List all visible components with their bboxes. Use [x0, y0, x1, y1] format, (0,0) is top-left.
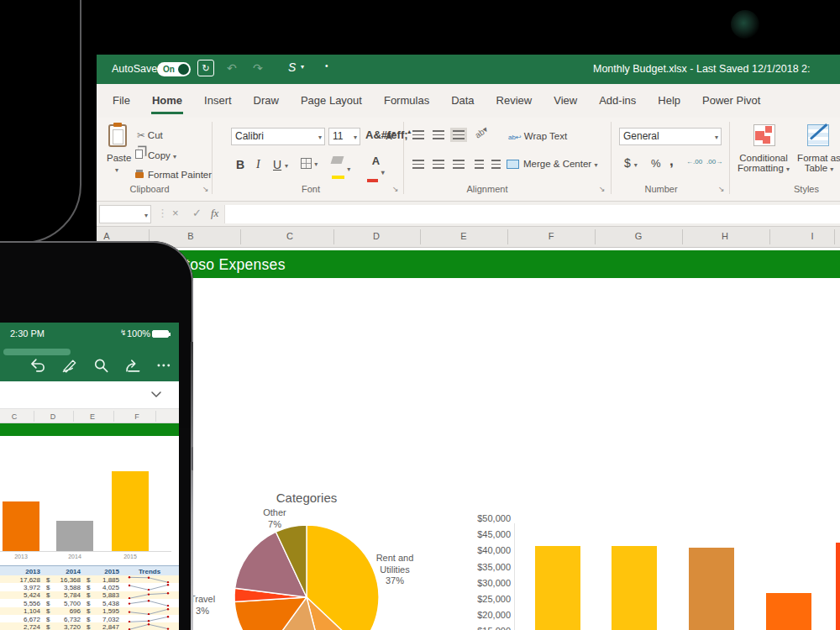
phone-expense-cell[interactable]: 3,588 — [45, 584, 81, 591]
shrink-font-button[interactable]: A▾ — [386, 130, 395, 141]
column-header-C[interactable]: C — [286, 231, 293, 241]
ribbon-tab-power-pivot[interactable]: Power Pivot — [691, 85, 771, 117]
align-center-button[interactable] — [433, 160, 444, 171]
bar-2010[interactable] — [612, 546, 657, 630]
phone-bar-2014[interactable] — [56, 521, 93, 551]
column-header-H[interactable]: H — [722, 231, 728, 241]
ribbon-tab-insert[interactable]: Insert — [193, 85, 243, 117]
qat-more-icon[interactable]: • — [325, 61, 328, 71]
phone-table-row[interactable]: 5,424$5,784$5,883 — [0, 591, 179, 599]
phone-column-header-F[interactable]: F — [134, 412, 139, 421]
phone-expense-cell[interactable]: 5,556 — [5, 600, 40, 607]
underline-button[interactable]: U — [273, 158, 281, 171]
save-icon[interactable]: ↻ — [197, 60, 214, 76]
phone-column-header-D[interactable]: D — [50, 412, 56, 421]
alignment-dialog-launcher-icon[interactable]: ↘ — [599, 185, 606, 193]
column-header-D[interactable]: D — [373, 231, 380, 241]
align-top-button[interactable] — [412, 130, 424, 141]
paste-button[interactable]: Paste — [107, 153, 131, 163]
align-bottom-button[interactable] — [453, 130, 465, 141]
phone-table-row[interactable]: 2,724$3,720$2,847 — [0, 622, 179, 630]
undo-icon[interactable] — [29, 358, 47, 373]
ribbon-tab-file[interactable]: File — [102, 85, 141, 117]
accounting-format-button[interactable]: $ ▾ — [624, 156, 638, 170]
column-header-B[interactable]: B — [187, 231, 193, 241]
phone-expense-cell[interactable]: 4,025 — [84, 584, 119, 591]
font-size-combobox[interactable]: 11▾ — [328, 128, 360, 145]
autosave-toggle[interactable]: On — [157, 62, 191, 76]
font-color-button[interactable]: A ▾ — [367, 155, 385, 182]
increase-decimal-button[interactable]: ←.00 — [686, 158, 702, 165]
format-as-table-icon[interactable] — [807, 124, 829, 146]
phone-expense-cell[interactable]: 696 — [45, 607, 81, 615]
phone-expense-cell[interactable]: 6,672 — [5, 616, 40, 623]
column-header-I[interactable]: I — [811, 231, 813, 241]
comma-style-button[interactable]: , — [669, 153, 674, 170]
align-right-button[interactable] — [453, 160, 465, 171]
formula-input[interactable] — [224, 205, 840, 223]
enter-icon[interactable]: ✓ — [192, 207, 202, 219]
phone-table-row[interactable]: 17,628$16,368$1,885 — [0, 575, 179, 583]
orientation-button[interactable]: ab▾ — [473, 124, 490, 139]
chevron-down-icon[interactable] — [151, 391, 161, 398]
conditional-formatting-button[interactable]: ConditionalFormatting ▾ — [735, 153, 792, 173]
phone-expense-cell[interactable]: 1,885 — [84, 576, 119, 584]
phone-formula-bar[interactable] — [0, 381, 179, 409]
align-middle-button[interactable] — [433, 130, 444, 141]
ribbon-tab-formulas[interactable]: Formulas — [373, 85, 440, 117]
percent-style-button[interactable]: % — [651, 157, 661, 170]
column-header-E[interactable]: E — [460, 231, 466, 241]
format-painter-button[interactable]: Format Painter — [135, 170, 212, 180]
phone-bar-2013[interactable] — [3, 501, 39, 551]
pie-chart[interactable] — [233, 523, 381, 630]
clipboard-dialog-launcher-icon[interactable]: ↘ — [202, 185, 209, 193]
phone-table-row[interactable]: 1,104$696$1,595 — [0, 607, 179, 615]
phone-table-row[interactable]: 3,972$3,588$4,025 — [0, 583, 179, 591]
undo-icon[interactable]: ↶ — [227, 61, 237, 75]
phone-expense-cell[interactable]: 3,972 — [5, 584, 40, 591]
column-header-F[interactable]: F — [549, 231, 554, 241]
worksheet[interactable]: Contoso Expenses Categories $50,000$45,0… — [97, 248, 840, 630]
font-dialog-launcher-icon[interactable]: ↘ — [392, 185, 399, 193]
conditional-formatting-icon[interactable] — [753, 124, 775, 146]
cancel-icon[interactable]: × — [172, 207, 179, 219]
bar-2011[interactable] — [689, 548, 734, 630]
bar-2009[interactable] — [535, 546, 580, 630]
cut-button[interactable]: ✂ Cut — [137, 129, 163, 141]
phone-column-header-C[interactable]: C — [12, 412, 18, 421]
column-header-G[interactable]: G — [635, 231, 643, 241]
ribbon-tab-review[interactable]: Review — [486, 85, 543, 117]
phone-expense-cell[interactable]: 5,424 — [5, 591, 40, 599]
decrease-decimal-button[interactable]: .00→ — [706, 158, 722, 165]
phone-expense-cell[interactable]: 5,784 — [45, 591, 81, 599]
ink-pen-icon[interactable] — [61, 358, 80, 373]
phone-bar-chart[interactable]: 201320142015 — [0, 436, 179, 565]
italic-button[interactable]: I — [256, 158, 260, 171]
align-left-button[interactable] — [412, 160, 424, 171]
number-dialog-launcher-icon[interactable]: ↘ — [718, 185, 725, 193]
decrease-indent-button[interactable] — [475, 160, 484, 171]
ink-icon[interactable]: S — [288, 60, 296, 74]
phone-expense-cell[interactable]: 3,720 — [45, 623, 81, 630]
phone-table-row[interactable]: 6,672$6,732$7,032 — [0, 615, 179, 622]
font-name-combobox[interactable]: Calibri▾ — [231, 128, 325, 145]
share-icon[interactable] — [124, 358, 143, 373]
ribbon-tab-add-ins[interactable]: Add-ins — [588, 85, 647, 117]
ribbon-tab-home[interactable]: Home — [141, 85, 193, 117]
phone-expense-cell[interactable]: 2,724 — [5, 623, 40, 630]
redo-icon[interactable]: ↷ — [253, 61, 263, 75]
number-format-combobox[interactable]: General▾ — [619, 128, 722, 145]
more-icon[interactable] — [156, 358, 171, 373]
fx-icon[interactable]: fx — [211, 207, 218, 220]
bar-2012[interactable] — [766, 593, 811, 630]
underline-caret-icon[interactable]: ▾ — [285, 162, 288, 170]
phone-expense-cell[interactable]: 7,032 — [84, 616, 119, 623]
phone-expense-cell[interactable]: 5,700 — [45, 600, 81, 607]
phone-expense-cell[interactable]: 17,628 — [5, 576, 40, 584]
phone-expense-cell[interactable]: 6,732 — [45, 616, 81, 623]
merge-center-button[interactable]: Merge & Center ▾ — [507, 159, 597, 169]
ribbon-tab-data[interactable]: Data — [440, 85, 485, 117]
paste-caret-icon[interactable]: ▾ — [115, 166, 118, 174]
search-icon[interactable] — [93, 358, 110, 373]
name-box[interactable]: ▾ — [99, 205, 151, 223]
